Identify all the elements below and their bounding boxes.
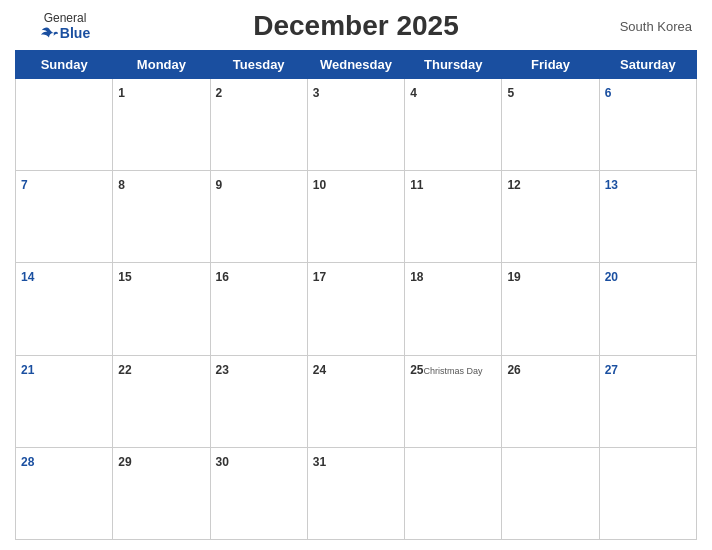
day-number: 10 xyxy=(313,178,326,192)
day-number: 27 xyxy=(605,363,618,377)
calendar-cell: 2 xyxy=(210,79,307,171)
day-number: 14 xyxy=(21,270,34,284)
calendar-cell: 20 xyxy=(599,263,696,355)
calendar-cell: 14 xyxy=(16,263,113,355)
calendar-cell: 9 xyxy=(210,171,307,263)
calendar-cell: 16 xyxy=(210,263,307,355)
calendar-cell: 23 xyxy=(210,355,307,447)
day-number: 30 xyxy=(216,455,229,469)
weekday-header-friday: Friday xyxy=(502,51,599,79)
calendar-cell: 13 xyxy=(599,171,696,263)
calendar-cell xyxy=(599,447,696,539)
day-number: 26 xyxy=(507,363,520,377)
day-number: 1 xyxy=(118,86,125,100)
day-number: 9 xyxy=(216,178,223,192)
day-number: 13 xyxy=(605,178,618,192)
calendar-cell: 4 xyxy=(405,79,502,171)
calendar-title: December 2025 xyxy=(253,10,458,42)
day-number: 22 xyxy=(118,363,131,377)
calendar-cell: 18 xyxy=(405,263,502,355)
day-number: 29 xyxy=(118,455,131,469)
day-number: 21 xyxy=(21,363,34,377)
day-number: 25 xyxy=(410,363,423,377)
calendar-header: General Blue December 2025 South Korea xyxy=(15,10,697,42)
day-number: 23 xyxy=(216,363,229,377)
calendar-cell: 25Christmas Day xyxy=(405,355,502,447)
weekday-header-sunday: Sunday xyxy=(16,51,113,79)
calendar-cell: 3 xyxy=(307,79,404,171)
day-number: 17 xyxy=(313,270,326,284)
calendar-cell: 27 xyxy=(599,355,696,447)
day-number: 15 xyxy=(118,270,131,284)
day-number: 7 xyxy=(21,178,28,192)
day-number: 28 xyxy=(21,455,34,469)
region-label: South Korea xyxy=(602,19,692,34)
calendar-cell: 26 xyxy=(502,355,599,447)
calendar-cell: 28 xyxy=(16,447,113,539)
calendar-cell: 24 xyxy=(307,355,404,447)
logo: General Blue xyxy=(20,11,110,41)
day-number: 3 xyxy=(313,86,320,100)
logo-general: General xyxy=(44,11,87,25)
weekday-header-thursday: Thursday xyxy=(405,51,502,79)
calendar-cell: 7 xyxy=(16,171,113,263)
calendar-cell: 10 xyxy=(307,171,404,263)
calendar-week-row: 28293031 xyxy=(16,447,697,539)
day-number: 6 xyxy=(605,86,612,100)
calendar-week-row: 14151617181920 xyxy=(16,263,697,355)
day-number: 31 xyxy=(313,455,326,469)
calendar-cell: 11 xyxy=(405,171,502,263)
calendar-cell: 29 xyxy=(113,447,210,539)
weekday-header-monday: Monday xyxy=(113,51,210,79)
calendar-week-row: 2122232425Christmas Day2627 xyxy=(16,355,697,447)
day-number: 19 xyxy=(507,270,520,284)
calendar-cell: 8 xyxy=(113,171,210,263)
calendar-table: SundayMondayTuesdayWednesdayThursdayFrid… xyxy=(15,50,697,540)
calendar-cell: 15 xyxy=(113,263,210,355)
calendar-cell: 12 xyxy=(502,171,599,263)
calendar-cell: 31 xyxy=(307,447,404,539)
calendar-cell: 19 xyxy=(502,263,599,355)
day-number: 8 xyxy=(118,178,125,192)
calendar-cell: 22 xyxy=(113,355,210,447)
weekday-header-wednesday: Wednesday xyxy=(307,51,404,79)
day-number: 18 xyxy=(410,270,423,284)
calendar-cell: 30 xyxy=(210,447,307,539)
holiday-label: Christmas Day xyxy=(423,366,482,376)
calendar-cell: 6 xyxy=(599,79,696,171)
weekday-header-saturday: Saturday xyxy=(599,51,696,79)
logo-blue: Blue xyxy=(40,25,90,41)
calendar-week-row: 78910111213 xyxy=(16,171,697,263)
calendar-cell xyxy=(502,447,599,539)
weekday-header-tuesday: Tuesday xyxy=(210,51,307,79)
day-number: 4 xyxy=(410,86,417,100)
calendar-cell xyxy=(405,447,502,539)
calendar-cell: 17 xyxy=(307,263,404,355)
calendar-cell: 1 xyxy=(113,79,210,171)
day-number: 12 xyxy=(507,178,520,192)
day-number: 11 xyxy=(410,178,423,192)
calendar-cell: 21 xyxy=(16,355,113,447)
calendar-cell: 5 xyxy=(502,79,599,171)
logo-bird-icon xyxy=(40,26,58,40)
calendar-cell xyxy=(16,79,113,171)
day-number: 20 xyxy=(605,270,618,284)
day-number: 2 xyxy=(216,86,223,100)
day-number: 16 xyxy=(216,270,229,284)
weekday-header-row: SundayMondayTuesdayWednesdayThursdayFrid… xyxy=(16,51,697,79)
day-number: 5 xyxy=(507,86,514,100)
day-number: 24 xyxy=(313,363,326,377)
calendar-week-row: 123456 xyxy=(16,79,697,171)
